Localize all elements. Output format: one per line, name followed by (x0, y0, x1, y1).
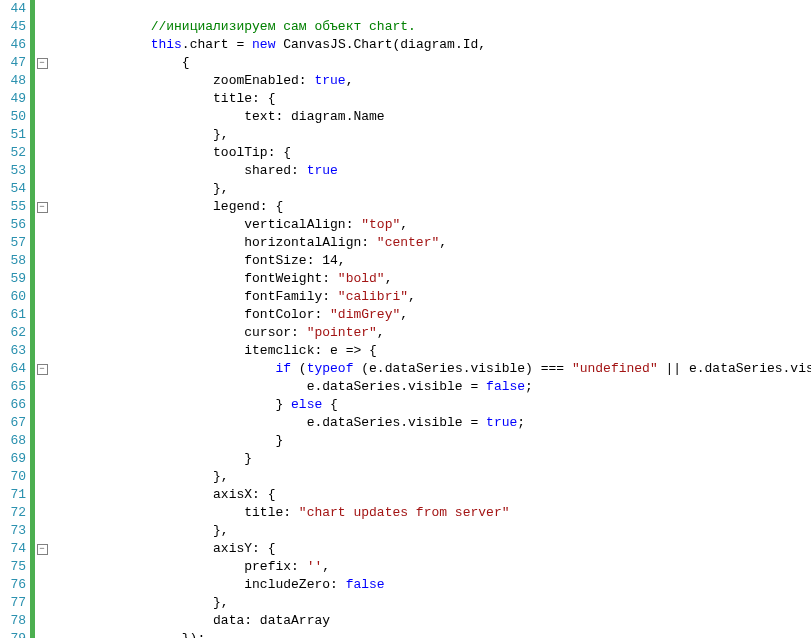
code-line[interactable]: shared: true (57, 162, 811, 180)
code-line[interactable]: }, (57, 180, 811, 198)
code-line[interactable]: }, (57, 468, 811, 486)
fold-toggle (35, 144, 49, 162)
code-line[interactable]: }, (57, 594, 811, 612)
code-token: , (346, 73, 354, 88)
code-line[interactable]: prefix: '', (57, 558, 811, 576)
fold-toggle[interactable]: − (35, 54, 49, 72)
fold-toggle (35, 108, 49, 126)
gutter-row: 63 (0, 342, 49, 360)
minus-icon[interactable]: − (37, 364, 48, 375)
line-number: 59 (0, 270, 30, 288)
line-number: 44 (0, 0, 30, 18)
code-token: new (252, 37, 275, 52)
line-number: 64 (0, 360, 30, 378)
fold-toggle (35, 414, 49, 432)
code-token: ; (517, 415, 525, 430)
fold-toggle (35, 450, 49, 468)
code-token: , (400, 217, 408, 232)
fold-toggle (35, 432, 49, 450)
gutter-row: 58 (0, 252, 49, 270)
gutter-row: 79 (0, 630, 49, 638)
code-line[interactable]: text: diagram.Name (57, 108, 811, 126)
code-line[interactable]: if (typeof (e.dataSeries.visible) === "u… (57, 360, 811, 378)
code-token (57, 361, 275, 376)
code-token: itemclick: e => { (57, 343, 377, 358)
fold-toggle (35, 306, 49, 324)
code-line[interactable] (57, 0, 811, 18)
code-line[interactable]: title: "chart updates from server" (57, 504, 811, 522)
code-line[interactable]: e.dataSeries.visible = false; (57, 378, 811, 396)
code-line[interactable]: zoomEnabled: true, (57, 72, 811, 90)
code-area[interactable]: //инициализируем сам объект chart. this.… (49, 0, 811, 638)
code-token: axisX: { (57, 487, 275, 502)
code-token: shared: (57, 163, 307, 178)
code-token: "dimGrey" (330, 307, 400, 322)
code-token: zoomEnabled: (57, 73, 314, 88)
code-line[interactable]: } (57, 450, 811, 468)
code-line[interactable]: legend: { (57, 198, 811, 216)
code-line[interactable]: axisX: { (57, 486, 811, 504)
fold-toggle (35, 558, 49, 576)
code-token: true (314, 73, 345, 88)
code-line[interactable]: axisY: { (57, 540, 811, 558)
code-line[interactable]: //инициализируем сам объект chart. (57, 18, 811, 36)
code-line[interactable]: } else { (57, 396, 811, 414)
code-line[interactable]: horizontalAlign: "center", (57, 234, 811, 252)
gutter-row: 56 (0, 216, 49, 234)
code-token: }, (57, 127, 229, 142)
code-line[interactable]: fontSize: 14, (57, 252, 811, 270)
minus-icon[interactable]: − (37, 202, 48, 213)
line-number: 79 (0, 630, 30, 638)
fold-toggle (35, 468, 49, 486)
code-token: (e.dataSeries.visible) === (353, 361, 571, 376)
code-line[interactable]: e.dataSeries.visible = true; (57, 414, 811, 432)
code-token: ; (525, 379, 533, 394)
code-token: text: diagram.Name (57, 109, 385, 124)
code-token: "top" (361, 217, 400, 232)
line-number: 75 (0, 558, 30, 576)
line-number: 73 (0, 522, 30, 540)
code-line[interactable]: } (57, 432, 811, 450)
gutter-row: 69 (0, 450, 49, 468)
code-line[interactable]: toolTip: { (57, 144, 811, 162)
code-token: this (151, 37, 182, 52)
line-number: 50 (0, 108, 30, 126)
minus-icon[interactable]: − (37, 58, 48, 69)
code-line[interactable]: fontFamily: "calibri", (57, 288, 811, 306)
line-number: 77 (0, 594, 30, 612)
minus-icon[interactable]: − (37, 544, 48, 555)
fold-toggle (35, 342, 49, 360)
code-token: ( (291, 361, 307, 376)
line-number: 68 (0, 432, 30, 450)
fold-toggle[interactable]: − (35, 360, 49, 378)
code-line[interactable]: title: { (57, 90, 811, 108)
code-line[interactable]: }, (57, 126, 811, 144)
code-line[interactable]: { (57, 54, 811, 72)
code-token: legend: { (57, 199, 283, 214)
code-line[interactable]: this.chart = new CanvasJS.Chart(diagram.… (57, 36, 811, 54)
code-token: , (439, 235, 447, 250)
fold-toggle[interactable]: − (35, 198, 49, 216)
code-line[interactable]: cursor: "pointer", (57, 324, 811, 342)
fold-toggle (35, 630, 49, 638)
code-token: "pointer" (307, 325, 377, 340)
code-line[interactable]: itemclick: e => { (57, 342, 811, 360)
fold-toggle (35, 270, 49, 288)
code-line[interactable]: }, (57, 522, 811, 540)
line-number: 57 (0, 234, 30, 252)
code-line[interactable]: data: dataArray (57, 612, 811, 630)
fold-toggle (35, 576, 49, 594)
gutter-row: 54 (0, 180, 49, 198)
line-number: 58 (0, 252, 30, 270)
code-line[interactable]: fontColor: "dimGrey", (57, 306, 811, 324)
code-line[interactable]: verticalAlign: "top", (57, 216, 811, 234)
code-editor[interactable]: 44454647−4849505152535455−56575859606162… (0, 0, 811, 638)
fold-toggle (35, 18, 49, 36)
line-number: 61 (0, 306, 30, 324)
fold-toggle[interactable]: − (35, 540, 49, 558)
code-line[interactable]: }); (57, 630, 811, 638)
code-token: toolTip: { (57, 145, 291, 160)
gutter: 44454647−4849505152535455−56575859606162… (0, 0, 49, 638)
code-line[interactable]: includeZero: false (57, 576, 811, 594)
code-line[interactable]: fontWeight: "bold", (57, 270, 811, 288)
